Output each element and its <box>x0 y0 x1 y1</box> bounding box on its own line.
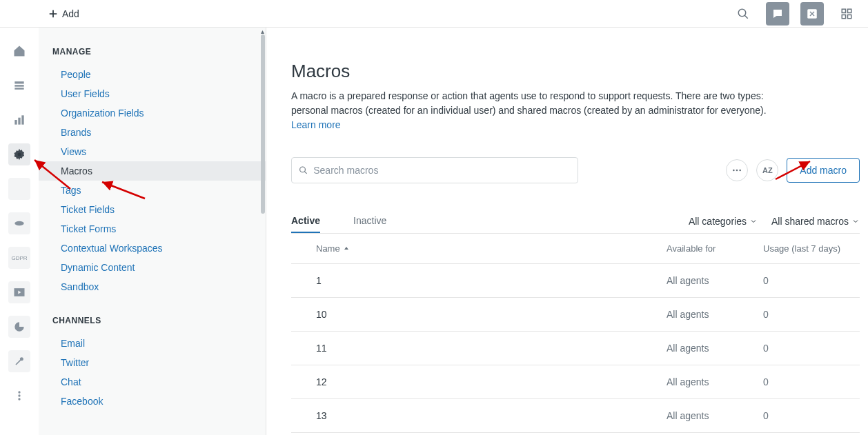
svg-rect-3 <box>842 9 845 12</box>
svg-line-1 <box>744 15 748 19</box>
svg-point-20 <box>18 398 20 400</box>
circle-cut-icon <box>12 320 26 334</box>
scrollbar-thumb[interactable] <box>261 34 265 214</box>
sidebar-item-facebook[interactable]: Facebook <box>39 392 266 411</box>
notification-button[interactable] <box>800 2 824 26</box>
rail-reporting[interactable] <box>8 109 30 131</box>
rail-app-6[interactable] <box>8 350 30 372</box>
wand-icon <box>12 354 26 368</box>
sidebar-item-twitter[interactable]: Twitter <box>39 353 266 372</box>
sidebar-item-people[interactable]: People <box>39 65 266 84</box>
sidebar-item-email[interactable]: Email <box>39 334 266 353</box>
col-available-header: Available for <box>667 243 763 254</box>
search-button[interactable] <box>731 2 755 26</box>
circle-icon <box>12 216 26 230</box>
svg-rect-8 <box>14 85 23 87</box>
bar-chart-icon <box>12 113 26 127</box>
col-usage-header: Usage (last 7 days) <box>763 243 860 254</box>
svg-rect-12 <box>21 115 23 124</box>
sidebar-item-chat[interactable]: Chat <box>39 372 266 392</box>
svg-point-14 <box>14 221 23 226</box>
rail-app-5[interactable] <box>8 316 30 338</box>
search-icon <box>299 165 308 175</box>
sidebar-item-user-fields[interactable]: User Fields <box>39 84 266 103</box>
svg-rect-4 <box>848 9 851 12</box>
svg-point-24 <box>736 170 738 172</box>
tab-active[interactable]: Active <box>291 210 320 233</box>
row-available: All agents <box>667 343 763 354</box>
sidebar-item-macros[interactable]: Macros <box>39 161 266 181</box>
svg-rect-11 <box>18 118 20 125</box>
row-available: All agents <box>667 410 763 421</box>
table-header: Name Available for Usage (last 7 days) <box>291 234 860 264</box>
play-icon <box>12 285 26 299</box>
chat-button[interactable] <box>766 2 789 26</box>
row-usage: 0 <box>763 410 860 421</box>
row-name: 10 <box>316 309 667 320</box>
sort-asc-icon <box>343 245 350 252</box>
categories-dropdown[interactable]: All categories <box>689 216 758 227</box>
more-vertical-icon <box>12 389 26 403</box>
rail-views[interactable] <box>8 74 30 97</box>
more-horizontal-icon <box>731 165 742 176</box>
svg-rect-7 <box>14 81 23 83</box>
row-name: 12 <box>316 376 667 387</box>
rail-admin[interactable] <box>8 143 30 165</box>
svg-rect-9 <box>14 88 23 89</box>
svg-point-21 <box>300 167 306 172</box>
rail-more[interactable] <box>8 385 30 407</box>
apps-icon <box>840 8 853 20</box>
svg-rect-6 <box>848 14 851 18</box>
rail-app-1[interactable] <box>8 178 30 200</box>
svg-rect-10 <box>14 120 17 125</box>
table-row[interactable]: 10All agents0 <box>291 298 860 332</box>
row-available: All agents <box>667 309 763 320</box>
svg-line-22 <box>304 172 306 174</box>
table-row[interactable]: 13All agents0 <box>291 399 860 433</box>
main-content: Macros A macro is a prepared response or… <box>266 28 868 435</box>
shared-filter-dropdown[interactable]: All shared macros <box>771 216 860 227</box>
rail-app-3[interactable]: GDPR <box>8 247 30 269</box>
rail-app-4[interactable] <box>8 281 30 303</box>
sidebar-item-ticket-forms[interactable]: Ticket Forms <box>39 219 266 239</box>
row-usage: 0 <box>763 376 860 387</box>
sidebar-item-tags[interactable]: Tags <box>39 181 266 200</box>
svg-point-19 <box>18 394 20 396</box>
close-box-icon <box>806 8 818 20</box>
chat-icon <box>771 8 784 20</box>
add-macro-button[interactable]: Add macro <box>787 158 860 183</box>
apps-button[interactable] <box>835 2 858 26</box>
channels-section-title: CHANNELS <box>39 316 266 334</box>
rail-home[interactable] <box>8 40 30 62</box>
svg-rect-5 <box>842 14 845 18</box>
learn-more-link[interactable]: Learn more <box>291 119 341 130</box>
page-description: A macro is a prepared response or action… <box>291 89 774 132</box>
table-row[interactable]: 11All agents0 <box>291 332 860 365</box>
rail-app-2[interactable] <box>8 212 30 234</box>
sort-button[interactable]: AZ <box>756 159 778 181</box>
sidebar-item-organization-fields[interactable]: Organization Fields <box>39 103 266 123</box>
search-macros-input-wrap[interactable] <box>291 157 578 183</box>
settings-sidebar: MANAGE PeopleUser FieldsOrganization Fie… <box>39 28 266 435</box>
chevron-down-icon <box>851 217 860 225</box>
more-actions-button[interactable] <box>726 159 748 181</box>
manage-section-title: MANAGE <box>39 47 266 65</box>
sidebar-item-ticket-fields[interactable]: Ticket Fields <box>39 200 266 219</box>
table-row[interactable]: 1All agents0 <box>291 264 860 298</box>
table-row[interactable]: 12All agents0 <box>291 365 860 399</box>
sidebar-scrollbar[interactable]: ▴ <box>259 28 266 435</box>
svg-line-17 <box>16 360 21 365</box>
tab-inactive[interactable]: Inactive <box>353 210 386 233</box>
sidebar-item-contextual-workspaces[interactable]: Contextual Workspaces <box>39 239 266 258</box>
col-name-header[interactable]: Name <box>316 243 667 254</box>
add-tab-button[interactable]: Add <box>48 8 79 19</box>
sidebar-item-sandbox[interactable]: Sandbox <box>39 277 266 296</box>
sidebar-item-dynamic-content[interactable]: Dynamic Content <box>39 258 266 277</box>
search-macros-input[interactable] <box>313 165 571 176</box>
list-icon <box>12 79 26 92</box>
row-name: 11 <box>316 343 667 354</box>
row-name: 1 <box>316 275 667 286</box>
sidebar-item-brands[interactable]: Brands <box>39 123 266 142</box>
sidebar-item-views[interactable]: Views <box>39 142 266 161</box>
scroll-up-arrow[interactable]: ▴ <box>259 28 266 34</box>
